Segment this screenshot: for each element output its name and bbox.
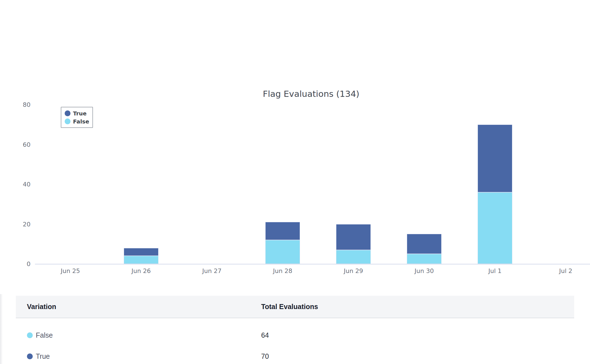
x-tick-label: Jul 2 <box>530 267 590 275</box>
chart-title: Flag Evaluations (134) <box>35 89 587 99</box>
y-tick-label: 0 <box>8 261 31 268</box>
x-tick-label: Jun 26 <box>106 267 177 275</box>
bar-segment-false-jun-28 <box>265 240 300 264</box>
x-axis-line <box>35 264 590 264</box>
legend-item-false[interactable]: False <box>65 117 89 125</box>
bar-segment-true-jun-30 <box>407 234 442 254</box>
y-tick-label: 60 <box>8 141 31 148</box>
variation-label: False <box>36 331 53 339</box>
bar-segment-true-jul-1 <box>478 125 512 192</box>
bar-segment-true-jun-28 <box>265 222 300 240</box>
y-tick-label: 80 <box>8 101 31 108</box>
total-evaluations-value: 70 <box>261 352 269 360</box>
column-header-variation: Variation <box>27 296 56 318</box>
flag-evaluations-chart: Flag Evaluations (134) TrueFalse 0204060… <box>0 0 590 294</box>
bar-segment-true-jun-29 <box>336 224 371 250</box>
legend-item-true[interactable]: True <box>65 109 89 117</box>
variation-label: True <box>36 352 50 360</box>
legend-label: False <box>73 118 89 125</box>
variation-dot-false <box>27 332 33 338</box>
y-tick-label: 40 <box>8 181 31 188</box>
column-header-total-evaluations: Total Evaluations <box>261 296 318 318</box>
legend-swatch-true <box>65 110 70 116</box>
legend-swatch-false <box>65 118 70 124</box>
legend-label: True <box>73 110 87 117</box>
page: Targeting Metrics Activity Last 7 d <box>0 0 590 364</box>
x-tick-label: Jun 25 <box>35 267 106 275</box>
table-header: Variation Total Evaluations <box>16 296 574 318</box>
x-tick-label: Jun 27 <box>177 267 247 275</box>
table-row-true: True70 <box>16 346 574 364</box>
x-tick-label: Jul 1 <box>460 267 530 275</box>
x-tick-label: Jun 30 <box>389 267 460 275</box>
y-tick-label: 20 <box>8 221 31 228</box>
bar-segment-false-jun-30 <box>407 254 442 264</box>
total-evaluations-value: 64 <box>261 331 269 339</box>
bar-segment-false-jun-26 <box>124 256 158 264</box>
x-tick-label: Jun 28 <box>247 267 318 275</box>
table-row-false: False64 <box>16 325 574 346</box>
chart-legend: TrueFalse <box>61 107 93 128</box>
variation-dot-true <box>27 353 33 359</box>
x-tick-label: Jun 29 <box>318 267 389 275</box>
bar-segment-false-jun-29 <box>336 250 371 264</box>
bar-segment-false-jul-1 <box>478 192 512 264</box>
bar-segment-true-jun-26 <box>124 248 158 256</box>
